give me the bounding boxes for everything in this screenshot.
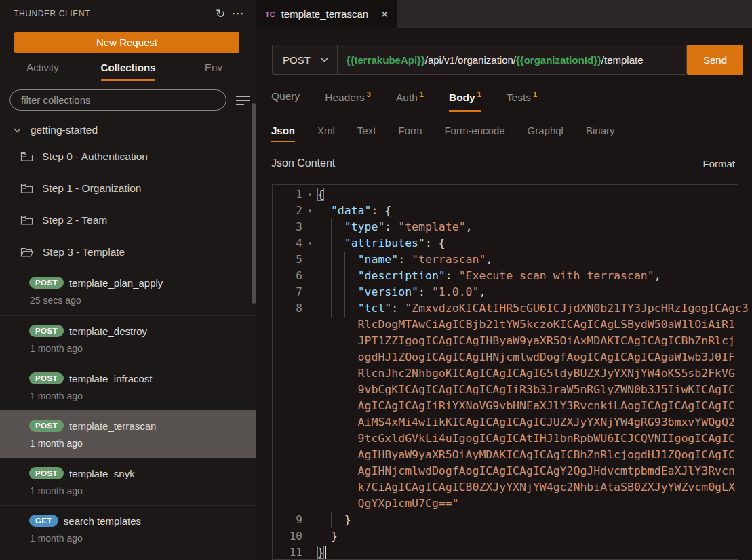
request-tab-query[interactable]: Query — [271, 90, 300, 114]
folder-item-step-2[interactable]: Step 2 - Team — [0, 204, 256, 236]
body-tab-json[interactable]: Json — [271, 125, 295, 145]
request-item-search-templates[interactable]: GETsearch templates1 month ago — [0, 505, 256, 553]
request-title-row: POSTtemplate_destroy — [29, 322, 252, 340]
request-item-template-snyk[interactable]: POSTtemplate_snyk1 month ago — [0, 458, 256, 505]
editor-tab-template-terrascan[interactable]: TC template_terrascan ✕ — [256, 0, 397, 28]
fold-gutter — [302, 414, 317, 431]
code-text: 9vbCgKICAgICAgICAgICAgIiR3b3JraW5nRGlyZW… — [317, 382, 735, 398]
code-token — [317, 416, 358, 428]
sidebar: THUNDER CLIENT ↻ ⋯ New Request ActivityC… — [0, 0, 256, 560]
method-badge: POST — [29, 277, 64, 289]
body-tab-form[interactable]: Form — [398, 125, 422, 145]
folder-item-step-3[interactable]: Step 3 - Template — [0, 236, 256, 268]
body-tab-form-encode[interactable]: Form-encode — [444, 125, 504, 145]
request-tab-headers[interactable]: Headers3 — [325, 90, 371, 114]
code-token — [317, 237, 331, 249]
code-line: JPT1ZZIgogICAgICAgIHByaW9yaXR5OiAxMDAKIC… — [273, 333, 738, 349]
send-button[interactable]: Send — [687, 45, 743, 75]
url-path-segment: /template — [601, 54, 644, 66]
fold-gutter — [302, 300, 317, 317]
body-tab-binary[interactable]: Binary — [586, 125, 615, 145]
sidebar-tab-activity[interactable]: Activity — [0, 62, 85, 84]
code-line: 2▾ "data": { — [273, 203, 738, 219]
refresh-icon[interactable]: ↻ — [212, 7, 229, 21]
code-token: "attributes" — [344, 237, 425, 249]
fold-gutter — [302, 382, 317, 398]
request-timestamp: 1 month ago — [30, 435, 252, 452]
fold-gutter — [302, 544, 317, 560]
filter-collections-input[interactable] — [9, 89, 226, 111]
code-token — [344, 300, 358, 317]
folder-label: Step 2 - Team — [42, 214, 107, 226]
code-token: "tcl" — [358, 302, 392, 315]
request-tab-tests[interactable]: Tests1 — [507, 90, 537, 114]
code-token: : — [418, 285, 432, 298]
folder-item-step-1[interactable]: Step 1 - Organization — [0, 172, 256, 204]
body-tab-xml[interactable]: Xml — [317, 125, 335, 145]
method-badge: POST — [29, 325, 64, 337]
code-line: 7 "version": "1.0.0", — [273, 284, 738, 300]
sidebar-scrollbar[interactable] — [252, 103, 256, 304]
code-token: QgYXp1cmU7Cg==" — [358, 497, 459, 510]
request-tab-label: Auth1 — [396, 90, 424, 110]
code-line: RlcDogMTAwCiAgICBjb21tYW5kczoKICAgICAgLS… — [273, 317, 738, 333]
code-line: 11} — [273, 544, 738, 560]
code-line: k7CiAgICAgICAgICB0ZXJyYXNjYW4gc2NhbiAtaS… — [273, 479, 738, 496]
line-number — [273, 414, 302, 431]
code-token: 9tcGxldGVkLi4uIgogICAgICAtIHJ1bnRpbWU6IC… — [358, 432, 735, 445]
json-body-editor[interactable]: 1▾{2▾ "data": {3 "type": "template",4▾ "… — [272, 184, 738, 560]
code-line: 9vbCgKICAgICAgICAgICAgIiR3b3JraW5nRGlyZW… — [273, 382, 738, 398]
code-token: "version" — [358, 285, 418, 298]
code-line: 1▾{ — [273, 186, 738, 203]
line-number — [273, 382, 302, 398]
format-button[interactable]: Format — [702, 158, 735, 169]
folder-item-step-0[interactable]: Step 0 - Authentication — [0, 140, 256, 172]
code-text: } — [317, 528, 338, 544]
code-token — [317, 383, 358, 396]
collection-name: getting-started — [31, 124, 98, 136]
new-request-button[interactable]: New Request — [14, 32, 239, 53]
more-options-icon[interactable]: ⋯ — [229, 6, 247, 21]
method-select[interactable]: POST — [273, 45, 338, 74]
folder-label: Step 1 - Organization — [42, 182, 141, 195]
line-number: 9 — [273, 512, 302, 528]
fold-arrow-icon[interactable]: ▾ — [302, 235, 317, 252]
code-line: AgIHNjcmlwdDogfAogICAgICAgICAgY2QgJHdvcm… — [273, 463, 738, 479]
fold-arrow-icon[interactable]: ▾ — [302, 203, 317, 219]
code-line: ogdHJ1ZQogICAgICAgIHNjcmlwdDogfAogICAgIC… — [273, 349, 738, 365]
request-timestamp: 1 month ago — [30, 482, 252, 500]
request-item-template-plan-apply[interactable]: POSTtemplate_plan_apply25 secs ago — [0, 268, 256, 315]
line-number: 3 — [273, 219, 302, 235]
sidebar-tab-env[interactable]: Env — [171, 62, 256, 84]
request-item-template-destroy[interactable]: POSTtemplate_destroy1 month ago — [0, 315, 256, 363]
sidebar-title: THUNDER CLIENT — [14, 9, 212, 18]
code-token: "1.0.0" — [432, 285, 479, 298]
code-token: "data" — [331, 204, 372, 217]
request-timestamp: 1 month ago — [30, 387, 252, 405]
sort-icon[interactable] — [231, 90, 251, 111]
body-tab-text[interactable]: Text — [357, 125, 376, 145]
code-text: "attributes": { — [317, 235, 446, 252]
close-icon[interactable]: ✕ — [380, 9, 389, 20]
code-token: JPT1ZZIgogICAgICAgIHByaW9yaXR5OiAxMDAKIC… — [358, 334, 735, 347]
url-input[interactable]: {{terrakubeApi}}/api/v1/organization/{{o… — [338, 54, 644, 66]
code-token: } — [331, 529, 338, 542]
code-token: AgIHNjcmlwdDogfAogICAgICAgICAgY2QgJHdvcm… — [358, 464, 735, 477]
code-token — [317, 302, 331, 315]
line-number: 10 — [273, 528, 302, 544]
request-item-template-infracost[interactable]: POSTtemplate_infracost1 month ago — [0, 363, 256, 410]
fold-arrow-icon[interactable]: ▾ — [302, 186, 317, 203]
request-tab-auth[interactable]: Auth1 — [396, 90, 424, 114]
code-token: : — [391, 302, 405, 315]
fold-gutter — [302, 447, 317, 463]
code-text: AgIHNjcmlwdDogfAogICAgICAgICAgY2QgJHdvcm… — [317, 463, 735, 479]
sidebar-tab-collections[interactable]: Collections — [85, 62, 171, 84]
code-token — [331, 219, 344, 235]
request-item-template-terrascan[interactable]: POSTtemplate_terrascan1 month ago — [0, 410, 256, 458]
request-tab-body[interactable]: Body1 — [449, 90, 481, 114]
code-token: RlcnJhc2NhbgoKICAgICAgICAgIG5ldyBUZXJyYX… — [358, 367, 735, 380]
collection-getting-started[interactable]: getting-started — [0, 120, 256, 140]
content-header: Json Content Format — [256, 157, 752, 169]
body-tab-graphql[interactable]: Graphql — [528, 125, 563, 145]
code-token — [317, 432, 358, 445]
